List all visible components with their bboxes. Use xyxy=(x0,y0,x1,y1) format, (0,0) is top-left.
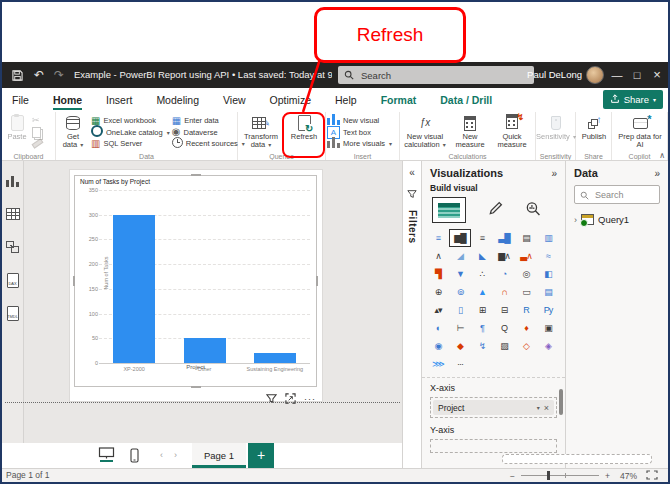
resize-handle[interactable] xyxy=(191,386,201,388)
zoom-level[interactable]: 47% xyxy=(620,471,637,481)
gallery-stacked-column-chart-icon[interactable]: ▆█ xyxy=(449,229,471,247)
resize-handle[interactable] xyxy=(316,276,318,286)
gallery-get-more-visuals-icon[interactable]: ⋙ xyxy=(427,355,449,373)
redo-icon[interactable]: ↷ xyxy=(50,62,68,88)
enter-data-button[interactable]: ▦Enter data xyxy=(172,115,245,126)
expand-filters-icon[interactable]: « xyxy=(409,167,415,178)
recent-sources-button[interactable]: Recent sources▾ xyxy=(172,138,245,149)
tab-view[interactable]: View xyxy=(223,88,246,112)
collapse-visualizations-icon[interactable]: » xyxy=(551,168,557,179)
close-button[interactable]: × xyxy=(648,62,666,88)
rail-dax-query-view[interactable]: DAX xyxy=(5,272,21,288)
gallery-decomposition-tree-icon[interactable]: ⊢ xyxy=(449,319,471,337)
gallery-azure-map-icon[interactable]: ▲ xyxy=(471,283,493,301)
expand-icon[interactable]: › xyxy=(574,215,577,225)
publish-button[interactable]: ↑Publish xyxy=(576,114,612,150)
sql-server-button[interactable]: ▥SQL Server xyxy=(91,138,170,149)
gallery-multi-row-card-icon[interactable]: ▤ xyxy=(537,283,559,301)
fit-to-page-icon[interactable] xyxy=(646,470,658,482)
more-visuals-button[interactable]: More visuals▾ xyxy=(327,138,392,149)
data-field-query1[interactable]: › Query1 xyxy=(566,208,668,231)
tab-help[interactable]: Help xyxy=(335,88,357,112)
prep-data-for-ai-button[interactable]: Prep data for AI xyxy=(612,114,668,150)
resize-handle[interactable] xyxy=(191,174,201,176)
filters-panel-label[interactable]: Filters xyxy=(407,210,418,244)
gallery-matrix-icon[interactable]: ⊟ xyxy=(493,301,515,319)
rail-report-view[interactable] xyxy=(5,173,21,189)
tab-format[interactable]: Format xyxy=(381,88,417,112)
gallery-treemap-icon[interactable]: ◧ xyxy=(537,265,559,283)
tab-data-drill[interactable]: Data / Drill xyxy=(440,88,492,112)
gallery-arcgis-map-icon[interactable]: ◉ xyxy=(427,337,449,355)
page-tab[interactable]: Page 1 xyxy=(192,443,246,468)
gallery-line-and-stacked-column-chart-icon[interactable]: ▆∧ xyxy=(493,247,515,265)
quick-measure-button[interactable]: ↯Quick measure xyxy=(490,114,534,150)
maximize-button[interactable]: □ xyxy=(628,62,646,88)
zoom-slider[interactable] xyxy=(521,475,599,476)
panel-scrollbar[interactable] xyxy=(559,389,563,415)
new-measure-button[interactable]: New measure xyxy=(450,114,490,150)
transform-data-button[interactable]: ✎Transform data ▾ xyxy=(238,114,284,150)
gallery-clustered-bar-chart-icon[interactable]: ≡ xyxy=(471,229,493,247)
new-visual-calculation-button[interactable]: ƒxNew visual calculation ▾ xyxy=(400,114,450,150)
format-visual-mode[interactable] xyxy=(488,201,503,220)
gallery-stacked-area-chart-icon[interactable]: ◣ xyxy=(471,247,493,265)
zoom-in-icon[interactable]: + xyxy=(605,471,610,481)
build-visual-mode[interactable] xyxy=(432,197,466,223)
gallery-custom-visual-icon[interactable]: ◈ xyxy=(537,337,559,355)
bar-sustaining-engineering[interactable] xyxy=(254,353,296,363)
gallery-donut-chart-icon[interactable]: ◎ xyxy=(515,265,537,283)
share-button[interactable]: Share ▾ xyxy=(603,90,663,109)
gallery-scorecard-icon[interactable]: ◇ xyxy=(515,337,537,355)
onelake-catalog-button[interactable]: OneLake catalog▾ xyxy=(91,127,170,138)
gallery-scatter-chart-icon[interactable]: ∴ xyxy=(471,265,493,283)
gallery-funnel-chart-icon[interactable]: ▼ xyxy=(449,265,471,283)
analytics-mode[interactable] xyxy=(525,201,541,220)
search-input[interactable] xyxy=(359,69,513,82)
copy-button[interactable] xyxy=(32,127,43,138)
data-search-input[interactable] xyxy=(593,189,661,201)
gallery-line-and-clustered-column-chart-icon[interactable]: ▃∧ xyxy=(515,247,537,265)
next-page-icon[interactable]: › xyxy=(174,443,177,468)
remove-field-icon[interactable]: × xyxy=(544,403,549,413)
avatar[interactable] xyxy=(586,66,604,84)
gallery-more-visual-options-icon[interactable]: ··· xyxy=(449,355,471,373)
gallery-slicer-icon[interactable]: ▯ xyxy=(449,301,471,319)
y-axis-field-well[interactable] xyxy=(430,439,557,453)
add-page-button[interactable]: + xyxy=(248,443,274,468)
get-data-button[interactable]: Get data ▾ xyxy=(56,114,90,150)
gallery-smart-narrative-icon[interactable]: ¶ xyxy=(471,319,493,337)
horizontal-scrollbar[interactable] xyxy=(502,454,652,464)
tab-modeling[interactable]: Modeling xyxy=(156,88,199,112)
gallery-area-chart-icon[interactable]: ◢ xyxy=(449,247,471,265)
prev-page-icon[interactable]: ‹ xyxy=(160,443,163,468)
gallery-card-icon[interactable]: ▭ xyxy=(515,283,537,301)
bar-other[interactable] xyxy=(184,338,226,363)
gallery-power-automate-icon[interactable]: ↯ xyxy=(471,337,493,355)
collapse-data-panel-icon[interactable]: » xyxy=(654,168,660,179)
zoom-slider-thumb[interactable] xyxy=(547,471,550,480)
bar-chart-visual[interactable]: Num of Tasks by Project Num of Tasks 050… xyxy=(74,175,317,387)
gallery-key-influencers-icon[interactable]: ◐ xyxy=(427,319,449,337)
tab-home[interactable]: Home xyxy=(53,88,82,112)
focus-mode-icon[interactable] xyxy=(285,390,296,408)
tab-insert[interactable]: Insert xyxy=(106,88,132,112)
paste-button[interactable]: Paste xyxy=(2,114,32,150)
rail-table-view[interactable] xyxy=(5,206,21,222)
gallery-power-apps-icon[interactable]: ◆ xyxy=(449,337,471,355)
gallery-kpi-icon[interactable]: ▴▾ xyxy=(427,301,449,319)
gallery-metrics-icon[interactable]: ♦ xyxy=(515,319,537,337)
filter-icon[interactable] xyxy=(266,390,277,408)
user-name[interactable]: Paul DeLong xyxy=(527,62,582,88)
new-visual-button[interactable]: New visual xyxy=(327,115,392,126)
gallery-python-visual-icon[interactable]: Py xyxy=(537,301,559,319)
mobile-layout-icon[interactable] xyxy=(130,448,139,467)
resize-handle[interactable] xyxy=(73,276,75,286)
gallery-line-chart-icon[interactable]: ∧ xyxy=(427,247,449,265)
gallery-100-stacked-column-chart-icon[interactable]: ▥ xyxy=(537,229,559,247)
gallery-pie-chart-icon[interactable]: ◔ xyxy=(493,265,515,283)
x-axis-field-well[interactable]: Project ▾ × xyxy=(430,397,557,418)
field-pill-project[interactable]: Project ▾ × xyxy=(433,400,554,415)
gallery-clustered-column-chart-icon[interactable]: ▃█ xyxy=(493,229,515,247)
global-search[interactable] xyxy=(338,66,534,84)
